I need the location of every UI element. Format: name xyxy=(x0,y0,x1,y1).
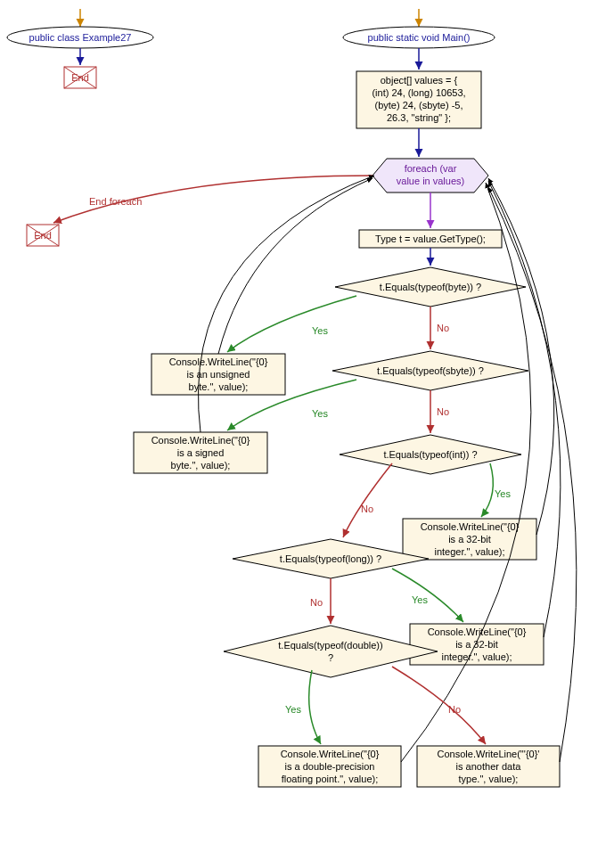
svg-text:(byte) 24, (sbyte) -5,: (byte) 24, (sbyte) -5, xyxy=(374,100,463,111)
svg-text:is a 32-bit: is a 32-bit xyxy=(455,639,498,650)
int-yes-label: Yes xyxy=(495,488,511,499)
sbyte-yes-label: Yes xyxy=(312,408,328,419)
svg-text:is another data: is another data xyxy=(456,761,522,772)
byte-no-label: No xyxy=(437,323,449,333)
node-main-label: public static void Main() xyxy=(368,32,471,43)
svg-text:byte.", value);: byte.", value); xyxy=(171,460,231,471)
svg-text:is a signed: is a signed xyxy=(177,447,225,458)
double-yes-label: Yes xyxy=(285,704,301,715)
svg-text:foreach (var: foreach (var xyxy=(405,163,457,174)
node-long-label: t.Equals(typeof(long)) ? xyxy=(280,553,381,564)
node-endclass-label: End xyxy=(71,72,89,83)
node-class-label: public class Example27 xyxy=(29,32,132,43)
svg-text:Console.WriteLine("{0}: Console.WriteLine("{0} xyxy=(421,521,520,532)
byte-yes-label: Yes xyxy=(312,325,328,336)
svg-text:is a 32-bit: is a 32-bit xyxy=(448,534,491,545)
svg-text:value in values): value in values) xyxy=(397,176,464,186)
int-no xyxy=(343,463,392,537)
long-yes-label: Yes xyxy=(412,594,428,605)
wbyte-back xyxy=(218,178,372,354)
svg-text:object[] values = {: object[] values = { xyxy=(381,75,458,86)
node-endfor-label: End xyxy=(34,230,52,241)
double-no xyxy=(392,667,486,744)
svg-text:byte.", value);: byte.", value); xyxy=(189,381,249,392)
node-int-label: t.Equals(typeof(int)) ? xyxy=(383,449,477,460)
node-endclass: End xyxy=(64,67,96,88)
double-no-label: No xyxy=(448,704,461,715)
svg-text:Console.WriteLine("{0}: Console.WriteLine("{0} xyxy=(281,749,380,759)
node-double xyxy=(224,626,438,677)
svg-text:Console.WriteLine("'{0}': Console.WriteLine("'{0}' xyxy=(438,749,540,759)
int-yes xyxy=(481,463,493,517)
svg-text:integer.", value);: integer.", value); xyxy=(441,651,512,662)
byte-yes xyxy=(227,296,356,352)
long-no-label: No xyxy=(310,597,323,608)
svg-text:?: ? xyxy=(328,652,333,663)
svg-text:Console.WriteLine("{0}: Console.WriteLine("{0} xyxy=(169,356,268,367)
sbyte-no-label: No xyxy=(437,406,449,417)
wother-back xyxy=(488,187,577,762)
svg-text:26.3, "string" };: 26.3, "string" }; xyxy=(387,112,451,123)
long-yes xyxy=(392,569,463,622)
node-sbyte-label: t.Equals(typeof(sbyte)) ? xyxy=(377,365,484,376)
node-byte-label: t.Equals(typeof(byte)) ? xyxy=(380,282,481,292)
svg-text:Console.WriteLine("{0}: Console.WriteLine("{0} xyxy=(151,435,250,446)
label-endforeach: End foreach xyxy=(89,196,142,207)
svg-text:is an unsigned: is an unsigned xyxy=(187,369,250,380)
svg-text:t.Equals(typeof(double)): t.Equals(typeof(double)) xyxy=(278,640,382,651)
svg-text:is a double-precision: is a double-precision xyxy=(285,761,375,772)
svg-text:type.", value);: type.", value); xyxy=(459,774,519,784)
svg-text:(int) 24, (long) 10653,: (int) 24, (long) 10653, xyxy=(372,87,465,98)
svg-text:Console.WriteLine("{0}: Console.WriteLine("{0} xyxy=(428,626,527,637)
wlong-back xyxy=(488,181,561,637)
node-endfor: End xyxy=(27,225,59,246)
svg-text:floating point.", value);: floating point.", value); xyxy=(282,774,378,784)
int-no-label: No xyxy=(361,504,373,514)
double-yes xyxy=(309,670,321,744)
node-gettype-label: Type t = value.GetType(); xyxy=(375,233,486,244)
svg-text:integer.", value);: integer.", value); xyxy=(434,546,504,557)
